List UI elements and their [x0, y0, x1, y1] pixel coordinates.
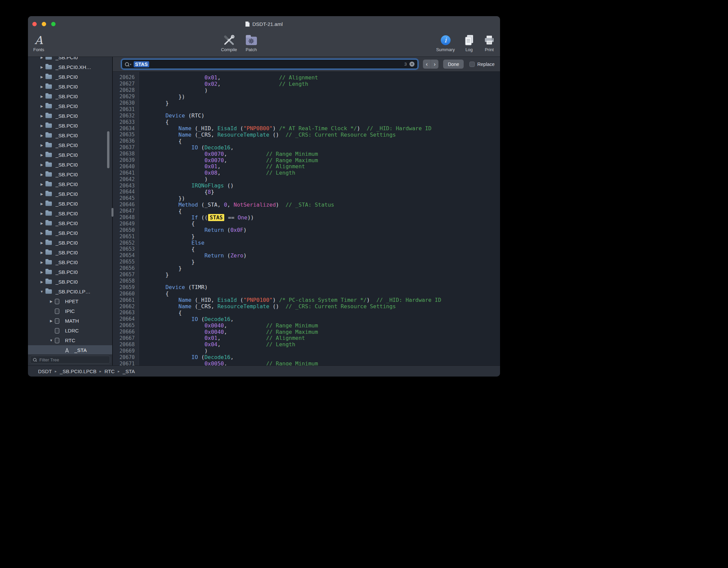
- disclosure-triangle-icon[interactable]: ▶: [47, 319, 55, 323]
- splitter-handle[interactable]: [111, 208, 113, 217]
- replace-checkbox[interactable]: [469, 62, 475, 67]
- disclosure-triangle-icon[interactable]: ▶: [38, 95, 45, 98]
- code-line-text: 0x0040, // Range Maximum: [139, 329, 318, 335]
- code-line: 20666 0x0040, // Range Maximum: [113, 329, 500, 335]
- tree-item[interactable]: ▼_SB.PCI0.LP…: [28, 287, 112, 296]
- disclosure-triangle-icon[interactable]: ▶: [38, 134, 45, 137]
- code-line: 20670 IO (Decode16,: [113, 354, 500, 360]
- tree-item[interactable]: ▶_SB.PCI0: [28, 57, 112, 62]
- breadcrumb-item[interactable]: _STA: [123, 368, 135, 374]
- disclosure-triangle-icon[interactable]: ▶: [38, 85, 45, 88]
- clear-search-icon[interactable]: ×: [409, 62, 415, 67]
- titlebar[interactable]: DSDT-21.aml: [28, 16, 500, 32]
- disclosure-triangle-icon[interactable]: ▼: [38, 290, 45, 293]
- tree-item[interactable]: ▶HPET: [28, 296, 112, 306]
- summary-button[interactable]: i Summary: [434, 34, 457, 52]
- disclosure-triangle-icon[interactable]: ▶: [38, 221, 45, 225]
- breadcrumb-item[interactable]: _SB.PCI0.LPCB: [60, 368, 96, 374]
- disclosure-triangle-icon[interactable]: ▶: [38, 65, 45, 69]
- pane-divider[interactable]: [112, 57, 113, 365]
- tree-item[interactable]: ▶_SB.PCI0: [28, 111, 112, 121]
- log-button[interactable]: Log: [462, 34, 476, 52]
- tree-item[interactable]: ▶_SB.PCI0: [28, 82, 112, 92]
- print-button[interactable]: Print: [481, 34, 497, 52]
- disclosure-triangle-icon[interactable]: ▶: [38, 270, 45, 274]
- disclosure-triangle-icon[interactable]: ▶: [38, 104, 45, 108]
- tree-item[interactable]: ▶_SB.PCI0: [28, 199, 112, 209]
- folder-icon: [45, 75, 56, 79]
- done-button[interactable]: Done: [443, 60, 464, 69]
- tree-item[interactable]: ▶_SB.PCI0: [28, 160, 112, 170]
- disclosure-triangle-icon[interactable]: ▶: [38, 182, 45, 186]
- line-number: 20656: [113, 265, 139, 271]
- disclosure-triangle-icon[interactable]: ▶: [47, 299, 55, 303]
- zoom-button[interactable]: [51, 22, 56, 26]
- disclosure-triangle-icon[interactable]: ▶: [38, 251, 45, 254]
- tree-item[interactable]: ▶_SB.PCI0: [28, 228, 112, 238]
- disclosure-triangle-icon[interactable]: ▼: [47, 339, 55, 342]
- search-field[interactable]: ▾ STAS 3 ×: [122, 59, 418, 69]
- tree-item[interactable]: ▶_SB.PCI0: [28, 209, 112, 218]
- disclosure-triangle-icon[interactable]: ▶: [38, 280, 45, 284]
- tree-item[interactable]: ▼RTC: [28, 335, 112, 345]
- tree-item[interactable]: ▶_SB.PCI0: [28, 179, 112, 189]
- tree-item[interactable]: ▶_SB.PCI0: [28, 277, 112, 287]
- tree-item[interactable]: ▶_SB.PCI0: [28, 267, 112, 277]
- disclosure-triangle-icon[interactable]: ▶: [38, 143, 45, 147]
- tree-item[interactable]: _STA: [28, 345, 112, 354]
- line-number: 20638: [113, 151, 139, 157]
- tree-item[interactable]: ▶_SB.PCI0: [28, 140, 112, 150]
- disclosure-triangle-icon[interactable]: ▶: [38, 260, 45, 264]
- tree-item[interactable]: ▶_SB.PCI0: [28, 150, 112, 160]
- tree-view[interactable]: ▶_SB.PCI0▶_SB.PCI0.XH…▶_SB.PCI0▶_SB.PCI0…: [28, 57, 112, 354]
- tree-item[interactable]: ▶_SB.PCI0: [28, 248, 112, 257]
- disclosure-triangle-icon[interactable]: ▶: [38, 114, 45, 118]
- search-menu-chevron-icon[interactable]: ▾: [130, 63, 131, 66]
- tree-item[interactable]: ▶_SB.PCI0: [28, 170, 112, 179]
- disclosure-triangle-icon[interactable]: ▶: [38, 153, 45, 157]
- tree-item-label: _SB.PCI0: [56, 133, 78, 138]
- compile-button[interactable]: Compile: [219, 34, 239, 52]
- tree-item[interactable]: ▶_SB.PCI0: [28, 72, 112, 82]
- tree-item[interactable]: ▶_SB.PCI0: [28, 189, 112, 199]
- disclosure-triangle-icon[interactable]: ▶: [38, 163, 45, 167]
- code-line-text: }: [139, 272, 169, 278]
- tree-item-label: _SB.PCI0: [56, 240, 78, 246]
- tree-item[interactable]: ▶MATH: [28, 316, 112, 326]
- find-previous-button[interactable]: ‹: [423, 60, 431, 69]
- breadcrumb-item[interactable]: DSDT: [38, 368, 52, 374]
- sidebar-scrollbar[interactable]: [107, 131, 109, 168]
- disclosure-triangle-icon[interactable]: ▶: [38, 231, 45, 235]
- tree-item[interactable]: ▶_SB.PCI0: [28, 238, 112, 248]
- line-number: 20652: [113, 240, 139, 246]
- patch-button[interactable]: Patch: [242, 34, 260, 52]
- filter-tree-input[interactable]: [39, 357, 107, 362]
- disclosure-triangle-icon[interactable]: ▶: [38, 212, 45, 215]
- tree-item[interactable]: ▶_SB.PCI0: [28, 218, 112, 228]
- code-line-text: If ((STAS == One)): [139, 214, 254, 221]
- tree-item[interactable]: LDRC: [28, 326, 112, 335]
- tree-item[interactable]: ▶_SB.PCI0: [28, 92, 112, 101]
- disclosure-triangle-icon[interactable]: ▶: [38, 202, 45, 206]
- filter-field[interactable]: [30, 356, 110, 364]
- breadcrumb-item[interactable]: RTC: [104, 368, 115, 374]
- tree-item[interactable]: ▶_SB.PCI0.XH…: [28, 62, 112, 72]
- find-next-button[interactable]: ›: [431, 60, 438, 69]
- disclosure-triangle-icon[interactable]: ▶: [38, 192, 45, 196]
- tree-item[interactable]: IPIC: [28, 306, 112, 316]
- close-button[interactable]: [32, 22, 37, 26]
- code-line: 20667 0x01, // Alignment: [113, 335, 500, 342]
- tree-item[interactable]: ▶_SB.PCI0: [28, 101, 112, 111]
- disclosure-triangle-icon[interactable]: ▶: [38, 173, 45, 176]
- tree-item[interactable]: ▶_SB.PCI0: [28, 131, 112, 140]
- disclosure-triangle-icon[interactable]: ▶: [38, 57, 45, 59]
- folder-icon: [45, 270, 56, 274]
- disclosure-triangle-icon[interactable]: ▶: [38, 124, 45, 128]
- fonts-button[interactable]: A Fonts: [31, 34, 46, 52]
- code-editor[interactable]: 20626 0x01, // Alignment20627 0x02, // L…: [113, 72, 500, 365]
- disclosure-triangle-icon[interactable]: ▶: [38, 241, 45, 245]
- tree-item[interactable]: ▶_SB.PCI0: [28, 121, 112, 131]
- disclosure-triangle-icon[interactable]: ▶: [38, 75, 45, 79]
- minimize-button[interactable]: [42, 22, 46, 26]
- tree-item[interactable]: ▶_SB.PCI0: [28, 257, 112, 267]
